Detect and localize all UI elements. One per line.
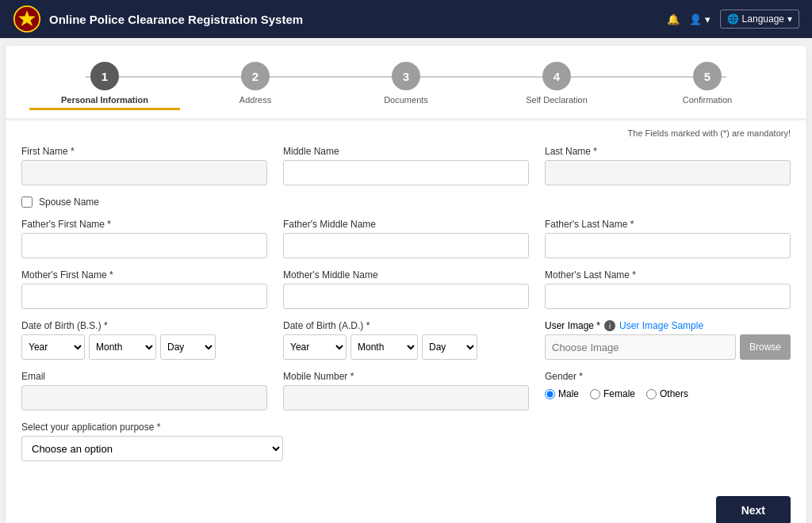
purpose-label: Select your application purpose * — [21, 422, 791, 433]
main-container: 1 Personal Information 2 Address 3 Docum… — [6, 46, 806, 523]
dob-bs-group: Date of Birth (B.S.) * Year Month Day — [21, 320, 267, 360]
name-row: First Name * Middle Name Last Name * — [21, 146, 791, 185]
middle-name-group: Middle Name — [283, 146, 529, 185]
father-middle-name-label: Father's Middle Name — [283, 219, 529, 230]
email-label: Email — [21, 371, 267, 382]
father-middle-name-input[interactable] — [283, 233, 529, 258]
father-first-name-group: Father's First Name * — [21, 219, 267, 258]
step-2-address[interactable]: 2 Address — [180, 62, 331, 105]
mobile-group: Mobile Number * — [283, 371, 529, 410]
browse-button[interactable]: Browse — [740, 334, 791, 360]
gender-male-option: Male — [545, 388, 579, 399]
mother-first-name-group: Mother's First Name * — [21, 269, 267, 309]
dob-ad-group: Date of Birth (A.D.) * Year Month Day — [283, 320, 529, 360]
email-input[interactable] — [21, 385, 267, 410]
first-name-input[interactable] — [21, 160, 267, 185]
middle-name-input[interactable] — [283, 160, 529, 185]
language-label: Language — [742, 13, 784, 25]
gender-female-radio[interactable] — [590, 389, 600, 399]
gender-male-label: Male — [558, 388, 579, 399]
step-4-self-declaration[interactable]: 4 Self Declaration — [481, 62, 632, 105]
next-button[interactable]: Next — [716, 496, 791, 523]
dob-ad-day-select[interactable]: Day — [422, 334, 477, 360]
dob-ad-selects: Year Month Day — [283, 334, 529, 360]
mother-first-name-label: Mother's First Name * — [21, 269, 267, 281]
user-icon: 👤 — [689, 13, 702, 25]
step-5-confirmation[interactable]: 5 Confirmation — [632, 62, 783, 105]
info-icon: i — [604, 320, 615, 331]
father-name-row: Father's First Name * Father's Middle Na… — [21, 219, 791, 258]
lang-dropdown-arrow: ▾ — [787, 13, 792, 25]
form-area: The Fields marked with (*) are mandatory… — [6, 120, 806, 488]
globe-icon: 🌐 — [727, 13, 739, 25]
gender-others-radio[interactable] — [646, 389, 657, 399]
last-name-input[interactable] — [545, 160, 791, 185]
first-name-group: First Name * — [21, 146, 267, 185]
father-middle-name-group: Father's Middle Name — [283, 219, 529, 258]
father-last-name-input[interactable] — [545, 233, 791, 258]
dob-bs-month-select[interactable]: Month — [89, 334, 156, 360]
user-image-group: User Image * i User Image Sample Browse — [545, 320, 791, 360]
first-name-label: First Name * — [21, 146, 267, 157]
gender-label: Gender * — [545, 371, 791, 382]
gender-group: Gender * Male Female Others — [545, 371, 791, 399]
email-group: Email — [21, 371, 267, 410]
dob-bs-day-select[interactable]: Day — [160, 334, 216, 360]
image-upload-row: Browse — [545, 334, 791, 360]
dob-bs-year-select[interactable]: Year — [21, 334, 85, 360]
button-row: Next — [6, 488, 806, 523]
purpose-group: Select your application purpose * Choose… — [21, 422, 791, 461]
user-image-sample-link[interactable]: User Image Sample — [619, 320, 703, 331]
dob-ad-year-select[interactable]: Year — [283, 334, 347, 360]
step-5-circle: 5 — [693, 62, 722, 90]
header: Online Police Clearance Registration Sys… — [0, 0, 812, 38]
dob-bs-selects: Year Month Day — [21, 334, 267, 360]
spouse-name-row: Spouse Name — [21, 197, 791, 208]
purpose-select[interactable]: Choose an option — [21, 436, 283, 461]
gender-female-label: Female — [603, 388, 635, 399]
mother-last-name-group: Mother's Last Name * — [545, 269, 791, 309]
spouse-checkbox[interactable] — [21, 197, 33, 208]
mother-first-name-input[interactable] — [21, 284, 267, 309]
step-1-underline — [29, 108, 180, 110]
last-name-group: Last Name * — [545, 146, 791, 185]
dob-bs-label: Date of Birth (B.S.) * — [21, 320, 267, 331]
header-logo — [13, 5, 41, 33]
mother-name-row: Mother's First Name * Mother's Middle Na… — [21, 269, 791, 309]
step-2-circle: 2 — [241, 62, 270, 90]
bell-icon: 🔔 — [667, 13, 680, 25]
father-last-name-group: Father's Last Name * — [545, 219, 791, 258]
language-button[interactable]: 🌐 Language ▾ — [720, 10, 799, 29]
mother-middle-name-label: Mother's Middle Name — [283, 269, 529, 281]
dob-image-row: Date of Birth (B.S.) * Year Month Day Da… — [21, 320, 791, 360]
mother-last-name-label: Mother's Last Name * — [545, 269, 791, 281]
step-1-circle: 1 — [90, 62, 119, 90]
mother-last-name-input[interactable] — [545, 284, 791, 309]
step-2-label: Address — [239, 95, 271, 105]
step-4-label: Self Declaration — [526, 95, 588, 105]
step-1-label: Personal Information — [61, 95, 148, 105]
spouse-label: Spouse Name — [39, 197, 99, 208]
mobile-input[interactable] — [283, 385, 529, 410]
gender-female-option: Female — [590, 388, 635, 399]
mobile-label: Mobile Number * — [283, 371, 529, 382]
dropdown-arrow: ▾ — [705, 13, 710, 25]
gender-male-radio[interactable] — [545, 389, 555, 399]
user-image-text: User Image * — [545, 320, 600, 331]
user-profile-button[interactable]: 👤 ▾ — [689, 13, 710, 25]
notification-button[interactable]: 🔔 — [667, 13, 680, 25]
step-5-label: Confirmation — [683, 95, 732, 105]
purpose-row: Select your application purpose * Choose… — [21, 422, 791, 461]
father-first-name-input[interactable] — [21, 233, 267, 258]
gender-others-label: Others — [660, 388, 688, 399]
header-icons: 🔔 👤 ▾ 🌐 Language ▾ — [667, 10, 799, 29]
gender-options-row: Male Female Others — [545, 388, 791, 399]
step-3-documents[interactable]: 3 Documents — [331, 62, 481, 105]
step-3-label: Documents — [384, 95, 428, 105]
dob-ad-month-select[interactable]: Month — [350, 334, 418, 360]
image-choose-input[interactable] — [545, 334, 736, 360]
last-name-label: Last Name * — [545, 146, 791, 157]
mother-middle-name-input[interactable] — [283, 284, 529, 309]
mandatory-note: The Fields marked with (*) are mandatory… — [21, 128, 791, 138]
step-1-personal-info[interactable]: 1 Personal Information — [29, 62, 180, 110]
